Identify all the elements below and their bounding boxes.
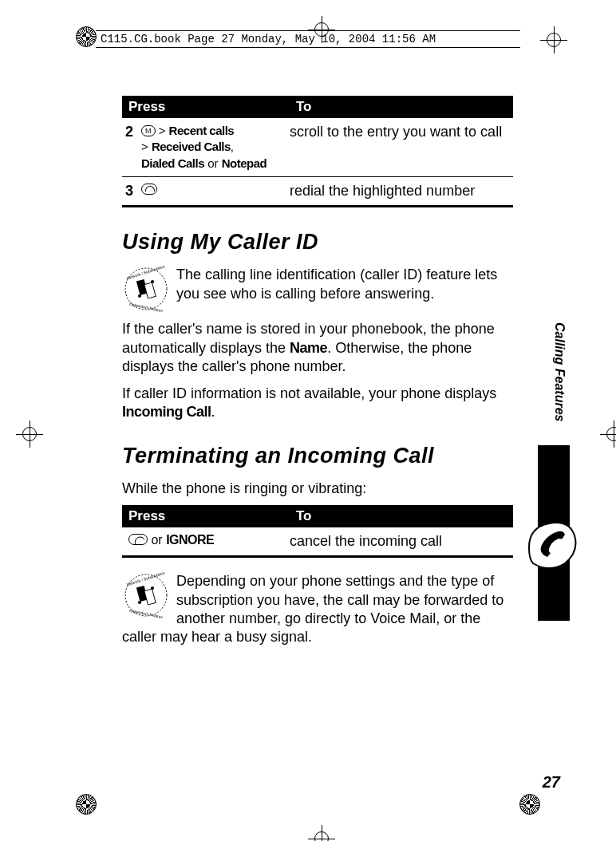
svg-text:Dependent Feature: Dependent Feature xyxy=(129,302,164,312)
svg-point-13 xyxy=(138,601,141,604)
body-paragraph: If caller ID information is not availabl… xyxy=(122,385,513,422)
table-end-rule xyxy=(122,205,513,207)
table-header: Press To xyxy=(122,96,513,118)
reg-mark-icon xyxy=(519,794,540,815)
svg-text:Dependent Feature: Dependent Feature xyxy=(129,608,164,618)
step-number: 2 xyxy=(122,123,141,172)
reg-mark-icon xyxy=(76,794,97,815)
svg-point-6 xyxy=(138,294,141,298)
to-cell: scroll to the entry you want to call xyxy=(290,123,513,172)
table-header: Press To xyxy=(122,505,513,527)
press-cell: or IGNORE xyxy=(122,532,290,551)
reg-mark-icon xyxy=(76,26,97,47)
page-number: 27 xyxy=(543,773,560,792)
col-header-press: Press xyxy=(122,505,290,527)
send-key-icon xyxy=(141,184,157,195)
svg-rect-4 xyxy=(144,282,156,298)
body-paragraph: If the caller's name is stored in your p… xyxy=(122,320,513,376)
table-end-rule xyxy=(122,555,513,558)
svg-rect-11 xyxy=(144,589,156,605)
col-header-to: To xyxy=(290,505,513,527)
press-cell xyxy=(141,182,290,200)
col-header-press: Press xyxy=(122,96,290,118)
network-feature-badge-icon: Network / Subscription Dependent Feature xyxy=(122,266,170,312)
table-row: 3 redial the highlighted number xyxy=(122,177,513,206)
table-row: or IGNORE cancel the incoming call xyxy=(122,527,513,556)
menu-key-icon: M xyxy=(141,125,156,136)
col-header-to: To xyxy=(290,96,513,118)
press-cell: M > Recent calls > Received Calls, Diale… xyxy=(141,123,290,172)
body-paragraph: The calling line identification (caller … xyxy=(122,266,513,303)
to-cell: cancel the incoming call xyxy=(290,532,513,551)
body-paragraph: Depending on your phone settings and the… xyxy=(122,572,513,647)
section-side-label: Calling Features xyxy=(543,300,567,444)
step-number: 3 xyxy=(122,182,141,200)
section-heading: Using My Caller ID xyxy=(122,228,513,256)
table-row: 2 M > Recent calls > Received Calls, Dia… xyxy=(122,118,513,177)
page-header-meta: C115.CG.book Page 27 Monday, May 10, 200… xyxy=(96,30,520,48)
to-cell: redial the highlighted number xyxy=(290,182,513,200)
svg-point-12 xyxy=(151,586,154,590)
end-key-icon xyxy=(128,534,148,545)
body-paragraph: While the phone is ringing or vibrating: xyxy=(122,480,513,498)
network-feature-badge-icon: Network / Subscription Dependent Feature xyxy=(122,572,170,618)
svg-point-5 xyxy=(151,280,154,283)
phone-section-icon xyxy=(525,515,581,571)
section-heading: Terminating an Incoming Call xyxy=(122,442,513,470)
